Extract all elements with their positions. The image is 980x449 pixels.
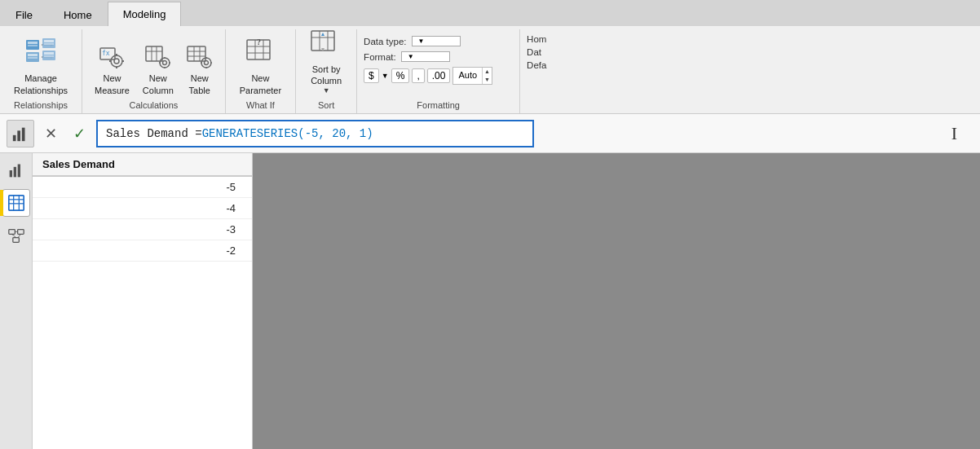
svg-rect-5 [28, 57, 38, 59]
spinner-up[interactable]: ▲ [483, 68, 492, 76]
comma-button[interactable]: , [412, 68, 424, 83]
data-type-label: Data type: [364, 37, 406, 46]
left-sidebar [0, 153, 33, 449]
new-table-icon [187, 43, 213, 69]
svg-text:fx: fx [102, 50, 110, 57]
formula-text: Sales Demand = [106, 127, 202, 140]
text-cursor: I [951, 123, 957, 144]
new-measure-icon: fx [99, 43, 125, 69]
formula-function-text: GENERATESERIES(-5, 20, 1) [202, 127, 373, 140]
format-dropdown[interactable]: ▼ [401, 51, 450, 62]
sort-dropdown-arrow: ▼ [323, 86, 330, 96]
new-measure-label: NewMeasure [95, 73, 130, 96]
svg-point-28 [160, 58, 170, 68]
dollar-button[interactable]: $ [364, 68, 379, 83]
ribbon-group-relationships: Manage Relationships Relationships [0, 29, 82, 113]
report-view-button[interactable] [2, 156, 30, 184]
svg-rect-68 [8, 230, 14, 235]
svg-point-39 [201, 58, 211, 68]
svg-rect-1 [28, 42, 38, 44]
ribbon-group-calculations-content: fx NewMeasure [89, 33, 219, 99]
svg-rect-24 [146, 46, 162, 61]
sort-by-column-button[interactable]: Sort byColumn ▼ [302, 37, 350, 99]
svg-rect-15 [44, 55, 54, 57]
new-column-button[interactable]: NewColumn [137, 37, 179, 99]
auto-value: Auto [453, 69, 482, 81]
ribbon-group-calculations: fx NewMeasure [82, 29, 226, 113]
new-parameter-button[interactable]: ? New Parameter [232, 37, 289, 99]
whatif-group-label: What If [232, 99, 289, 113]
ribbon-group-sort: Sort byColumn ▼ Sort [296, 29, 357, 113]
svg-rect-11 [44, 40, 54, 42]
chart-view-icon-btn[interactable] [7, 120, 34, 147]
svg-point-18 [114, 59, 119, 64]
formula-area: ✕ ✓ Sales Demand = GENERATESERIES(-5, 20… [0, 114, 980, 153]
ribbon-group-whatif-content: ? New Parameter [232, 33, 289, 99]
content-area: Sales Demand -5 -4 -3 -2 [0, 153, 980, 449]
data-type-dropdown[interactable]: ▼ [412, 36, 461, 46]
relationships-group-label: Relationships [7, 99, 75, 113]
table-row: -5 [33, 177, 252, 198]
format-arrow: ▼ [408, 53, 414, 60]
spinner-down[interactable]: ▼ [483, 76, 492, 84]
svg-point-29 [162, 61, 166, 65]
new-table-button[interactable]: NewTable [181, 37, 219, 99]
ribbon-group-relationships-content: Manage Relationships [7, 33, 75, 99]
auto-spinner[interactable]: Auto ▲ ▼ [452, 67, 492, 85]
svg-line-73 [18, 234, 20, 237]
data-view-button[interactable] [2, 189, 30, 217]
svg-rect-63 [8, 196, 23, 210]
manage-relationships-label: Manage Relationships [14, 73, 68, 96]
svg-rect-59 [22, 127, 25, 141]
dropdown-arrow-dollar[interactable]: ▼ [382, 72, 389, 80]
table-row: -2 [33, 240, 252, 262]
table-row: -3 [33, 219, 252, 240]
manage-relationships-button[interactable]: Manage Relationships [7, 37, 75, 99]
ribbon-group-formatting: Data type: ▼ Format: ▼ $ ▼ % , .00 [357, 29, 520, 113]
currency-row: $ ▼ % , .00 Auto ▲ ▼ [364, 65, 513, 86]
svg-rect-60 [9, 170, 11, 177]
svg-rect-2 [28, 45, 38, 46]
spinner-arrows[interactable]: ▲ ▼ [482, 68, 492, 84]
format-row: Format: ▼ [364, 50, 513, 64]
decimal-button[interactable]: .00 [427, 68, 451, 83]
tab-bar: File Home Modeling [0, 0, 980, 26]
svg-point-17 [111, 55, 122, 67]
tab-home[interactable]: Home [48, 3, 108, 26]
svg-point-40 [204, 61, 208, 65]
formula-cancel-button[interactable]: ✕ [39, 122, 63, 145]
formula-input-box[interactable]: Sales Demand = GENERATESERIES(-5, 20, 1) [96, 120, 534, 147]
svg-rect-12 [44, 43, 54, 45]
ribbon-group-whatif: ? New Parameter What If [226, 29, 296, 113]
svg-rect-14 [44, 52, 54, 55]
percent-button[interactable]: % [391, 68, 410, 83]
ribbon: Manage Relationships Relationships [0, 26, 980, 114]
formatting-group-label: Formatting [364, 99, 513, 113]
main-content-area [253, 153, 980, 449]
tab-modeling[interactable]: Modeling [108, 2, 182, 26]
new-parameter-label: New Parameter [240, 73, 281, 96]
svg-rect-69 [17, 230, 23, 235]
manage-rel-icon [24, 37, 57, 69]
ribbon-group-sort-content: Sort byColumn ▼ [302, 33, 350, 99]
new-column-icon [145, 43, 171, 69]
svg-rect-61 [13, 167, 15, 178]
ribbon-group-right-partial: Hom Dat Defa [520, 29, 980, 113]
right-line-2: Dat [527, 46, 973, 59]
new-parameter-icon: ? [244, 37, 276, 69]
model-view-button[interactable] [2, 222, 30, 249]
svg-marker-55 [321, 33, 324, 36]
svg-rect-70 [12, 238, 18, 243]
data-type-arrow: ▼ [418, 37, 425, 45]
svg-rect-4 [28, 54, 38, 56]
new-column-label: NewColumn [143, 73, 174, 96]
svg-text:?: ? [257, 37, 261, 46]
table-row: -4 [33, 198, 252, 219]
formula-accept-button[interactable]: ✓ [68, 122, 91, 145]
sort-group-label: Sort [302, 99, 350, 113]
data-table-area: Sales Demand -5 -4 -3 -2 [33, 153, 253, 449]
svg-rect-62 [17, 165, 20, 178]
calculations-group-label: Calculations [89, 99, 219, 113]
tab-file[interactable]: File [0, 3, 48, 26]
new-measure-button[interactable]: fx NewMeasure [89, 37, 135, 99]
